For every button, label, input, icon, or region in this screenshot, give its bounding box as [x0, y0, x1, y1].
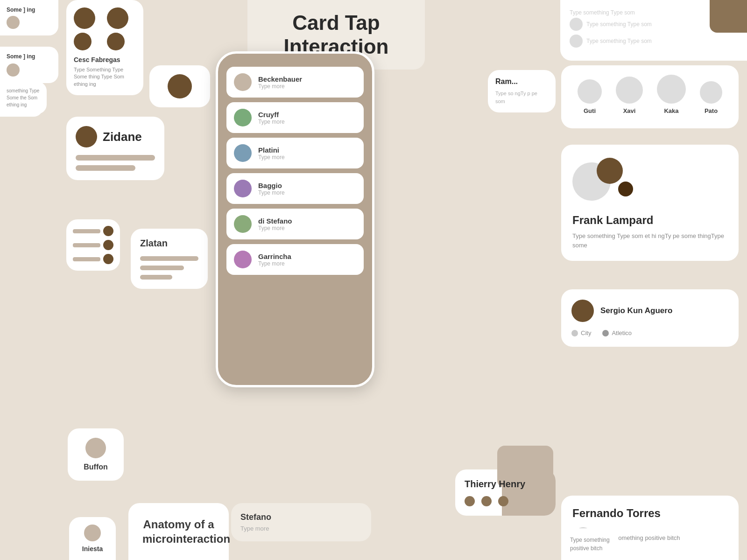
lampard-card: Frank Lampard Type something Type som et…: [561, 145, 739, 261]
cesc-name: Cesc Fabregas: [74, 56, 136, 63]
player-guti: Guti: [578, 79, 602, 114]
tr-circle-2: [570, 35, 583, 48]
round-circle-card: [149, 65, 210, 107]
phone-sub-5: Type more: [258, 260, 291, 267]
phone-item-5[interactable]: Garrincha Type more: [226, 244, 364, 275]
cesc-dot-bl: [74, 33, 92, 50]
iniesta-card: Iniesta: [69, 517, 116, 560]
atletico-dot: [602, 330, 609, 336]
aguero-name: Sergio Kun Aguero: [600, 306, 672, 315]
phone-name-3: Baggio: [258, 182, 285, 189]
xavi-circle: [616, 77, 643, 104]
henry-dot-2: [481, 496, 492, 506]
big-circle: [168, 74, 192, 98]
zlatan-bar-2: [140, 266, 184, 270]
buffon-card: Buffon: [68, 428, 124, 481]
anatomy-title: Anatomy of a microinteraction: [142, 517, 215, 546]
phone-name-5: Garrincha: [258, 252, 291, 260]
zidane-bar-1: [76, 155, 155, 161]
some-thing-label-1: Some ] ing: [7, 7, 52, 13]
phone-name-2: Platini: [258, 146, 285, 154]
phone-avatar-3: [234, 180, 252, 197]
phone-avatar-5: [234, 251, 252, 268]
phone-name-1: Cruyff: [258, 111, 285, 119]
zlatan-card: Zlatan: [131, 229, 208, 289]
top-right-card: Type something Type som Type something T…: [560, 0, 747, 61]
stefano-card: Stefano Type more: [231, 503, 371, 541]
torres-name: Fernando Torres: [572, 507, 727, 520]
ramos-text: Type so ngTy p pe som: [495, 90, 548, 105]
top-left-card-1: Some ] ing: [0, 0, 58, 35]
players-row-card: Guti Xavi Kaka Pato: [561, 65, 739, 128]
left-text-block: something Type Some the Som ething ing: [0, 82, 47, 114]
henry-dot-1: [465, 496, 475, 506]
list-dot-1: [103, 226, 113, 236]
phone-name-0: Beckenbauer: [258, 75, 302, 83]
anatomy-card: Anatomy of a microinteraction: [128, 503, 229, 560]
zlatan-name: Zlatan: [140, 238, 198, 249]
phone-avatar-1: [234, 109, 252, 126]
pato-circle: [700, 81, 722, 104]
guti-name: Guti: [578, 107, 602, 114]
lampard-circle-dark2: [618, 182, 633, 196]
phone-avatar-4: [234, 215, 252, 233]
iniesta-avatar: [84, 525, 101, 541]
top-left-card-2: Some ] ing: [0, 47, 58, 83]
city-dot: [571, 330, 578, 336]
aguero-avatar: [571, 300, 594, 322]
avatar-circle-2: [7, 63, 20, 77]
aguero-tag1: City: [581, 329, 591, 336]
buffon-avatar: [85, 438, 106, 458]
phone-sub-2: Type more: [258, 154, 285, 161]
zlatan-bar-3: [140, 275, 172, 280]
kaka-name: Kaka: [657, 107, 686, 114]
list-dot-3: [103, 254, 113, 264]
ramos-card: Ram... Type so ngTy p pe som: [488, 70, 556, 112]
zidane-name: Zidane: [103, 130, 142, 144]
player-pato: Pato: [700, 81, 722, 114]
tr-text-3: Type something Type som: [586, 38, 652, 44]
iniesta-name: Iniesta: [77, 545, 108, 553]
kaka-circle: [657, 75, 686, 104]
aguero-tag2: Atletico: [612, 329, 632, 336]
phone-mockup: Beckenbauer Type more Cruyff Type more P…: [216, 51, 374, 387]
player-xavi: Xavi: [616, 77, 643, 114]
stefano-sub: Type more: [240, 525, 362, 532]
henry-name: Thierry Henry: [465, 479, 546, 490]
cesc-dot-tr: [107, 7, 128, 29]
phone-avatar-0: [234, 73, 252, 91]
phone-sub-0: Type more: [258, 83, 302, 90]
phone-item-4[interactable]: di Stefano Type more: [226, 209, 364, 239]
phone-item-3[interactable]: Baggio Type more: [226, 173, 364, 204]
lampard-name: Frank Lampard: [572, 214, 727, 227]
phone-item-0[interactable]: Beckenbauer Type more: [226, 67, 364, 98]
avatar-circle-1: [7, 16, 20, 29]
tr-circle-1: [570, 18, 583, 31]
positive-bitch-text: Type something positive bitch: [570, 536, 611, 553]
guti-circle: [578, 79, 602, 104]
henry-dot-3: [498, 496, 508, 506]
phone-item-2[interactable]: Platini Type more: [226, 138, 364, 168]
phone-sub-3: Type more: [258, 189, 285, 196]
zlatan-bar-1: [140, 256, 198, 261]
left-list-card: [66, 219, 120, 271]
cesc-dot-br: [107, 33, 125, 50]
phone-name-4: di Stefano: [258, 217, 292, 225]
cesc-fabregas-card: Cesc Fabregas Type Something Type Some t…: [66, 0, 143, 95]
cesc-dot-tl: [74, 7, 95, 29]
phone-sub-4: Type more: [258, 225, 292, 231]
phone-item-1[interactable]: Cruyff Type more: [226, 102, 364, 133]
xavi-name: Xavi: [616, 107, 643, 114]
aguero-card: Sergio Kun Aguero City Atletico: [561, 289, 739, 347]
list-dot-2: [103, 240, 113, 250]
list-bar-1: [73, 229, 100, 233]
phone-sub-1: Type more: [258, 119, 285, 125]
some-thing-label-2: Some ] ing: [7, 53, 52, 60]
lampard-text: Type something Type som et hi ngTy pe so…: [572, 231, 727, 250]
list-bar-3: [73, 257, 100, 261]
tr-text-2: Type something Type som: [586, 21, 652, 28]
lampard-circle-dark1: [597, 158, 623, 184]
zidane-bar-2: [76, 165, 135, 171]
zidane-card: Zidane: [66, 117, 164, 180]
list-bar-2: [73, 243, 100, 247]
